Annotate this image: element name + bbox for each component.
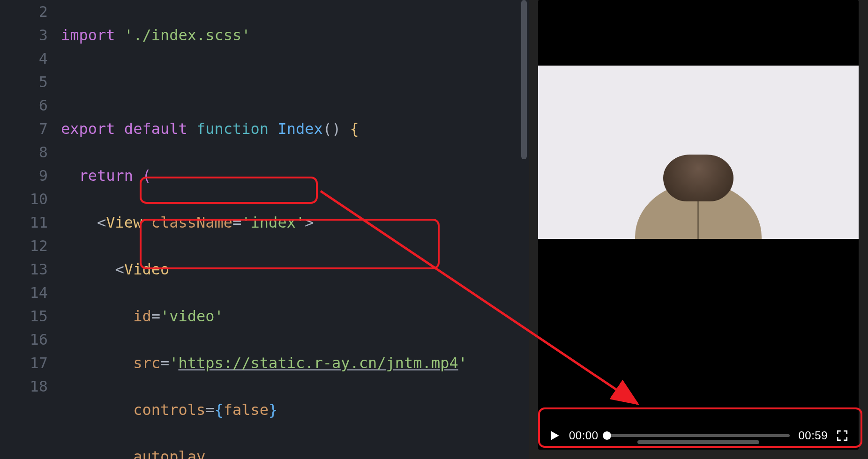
line-number: 3 [0,23,61,47]
kw-return: return [79,167,134,185]
val-index: index [251,214,296,231]
val-src-url: https://static.r-ay.cn/jntm.mp4 [178,354,458,372]
video-subject [633,136,764,239]
line-number: 12 [0,234,61,258]
svg-marker-0 [551,431,559,440]
code-line-11: autoplay [61,445,519,459]
home-indicator [637,440,759,444]
progress-bar[interactable] [607,434,790,437]
code-line-3 [61,70,519,94]
video-letterbox-top [538,0,859,66]
attr-controls: controls [133,401,205,419]
tag-view-open: View [106,214,142,231]
fn-name: Index [277,120,322,138]
code-line-4: export default function Index() { [61,117,519,141]
line-number: 17 [0,351,61,375]
play-icon[interactable] [548,429,561,442]
attr-src: src [133,354,160,372]
code-line-7: <Video [61,258,519,281]
video-player[interactable]: 00:00 00:59 [538,0,859,450]
line-number: 18 [0,375,61,398]
device-frame: 00:00 00:59 [538,0,859,450]
editor-scrollbar[interactable] [519,0,529,459]
code-line-8: id='video' [61,304,519,328]
video-letterbox-bottom [538,239,859,422]
attr-className: className [151,214,232,231]
code-editor[interactable]: 2 3 4 5 6 7 8 9 10 11 12 13 14 15 16 17 … [0,0,519,459]
kw-function: function [196,120,269,138]
line-number: 4 [0,47,61,70]
val-video: video [169,307,214,325]
line-number: 6 [0,94,61,117]
attr-id: id [133,307,151,325]
code-line-10: controls={false} [61,398,519,422]
line-number-gutter: 2 3 4 5 6 7 8 9 10 11 12 13 14 15 16 17 … [0,0,61,459]
app-root: 2 3 4 5 6 7 8 9 10 11 12 13 14 15 16 17 … [0,0,868,459]
progress-knob[interactable] [603,431,611,440]
tag-video-open: Video [124,260,169,278]
preview-pane: 00:00 00:59 [529,0,868,459]
code-line-2: import './index.scss' [61,23,519,47]
line-number: 5 [0,70,61,94]
kw-default: default [124,120,187,138]
code-line-6: <View className='index'> [61,211,519,234]
code-line-9: src='https://static.r-ay.cn/jntm.mp4' [61,351,519,375]
val-false: false [224,401,269,419]
kw-export: export [61,120,115,138]
attr-autoplay: autoplay [133,448,205,459]
line-number: 15 [0,304,61,328]
line-number: 14 [0,281,61,304]
code-content[interactable]: import './index.scss' export default fun… [61,0,519,459]
duration: 00:59 [798,429,828,442]
line-number: 9 [0,164,61,187]
fullscreen-icon[interactable] [836,429,848,442]
line-number: 16 [0,328,61,351]
line-number: 8 [0,141,61,164]
line-number: 7 [0,117,61,141]
line-number: 2 [0,0,61,23]
code-line-5: return ( [61,164,519,187]
video-frame [538,66,859,239]
current-time: 00:00 [569,429,599,442]
import-path: ./index.scss [133,26,241,44]
line-number: 11 [0,211,61,234]
line-number: 13 [0,258,61,281]
kw-import: import [61,26,115,44]
line-number: 10 [0,187,61,211]
video-controls-bar: 00:00 00:59 [538,422,859,450]
